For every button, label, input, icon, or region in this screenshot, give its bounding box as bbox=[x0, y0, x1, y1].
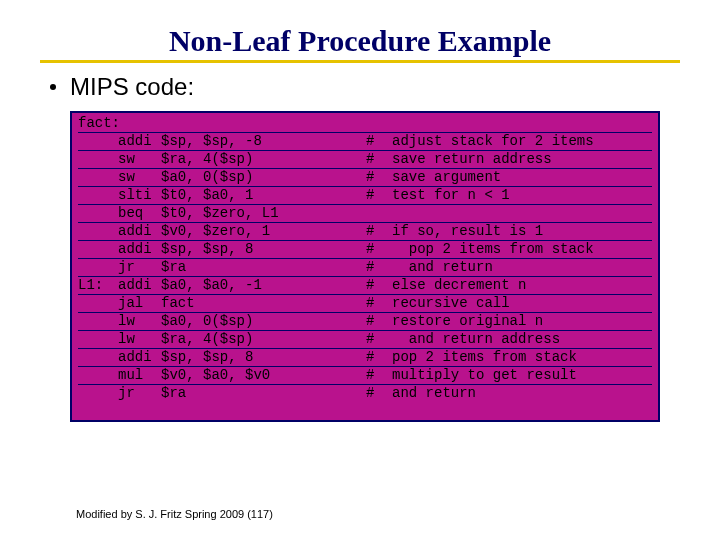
code-comment bbox=[386, 205, 652, 222]
code-line: addi$sp, $sp, 8# pop 2 items from stack bbox=[78, 241, 652, 259]
code-comment: if so, result is 1 bbox=[386, 223, 652, 240]
code-args: $v0, $a0, $v0 bbox=[161, 367, 306, 384]
code-op: addi bbox=[118, 223, 161, 240]
comment-hash: # bbox=[306, 241, 386, 258]
comment-hash: # bbox=[306, 133, 386, 150]
code-args: $sp, $sp, -8 bbox=[161, 133, 306, 150]
code-op: sw bbox=[118, 151, 161, 168]
comment-hash: # bbox=[306, 151, 386, 168]
code-block: fact:addi$sp, $sp, -8#adjust stack for 2… bbox=[70, 111, 660, 422]
code-args: fact bbox=[161, 295, 306, 312]
code-op: addi bbox=[118, 241, 161, 258]
code-op: addi bbox=[118, 277, 161, 294]
code-line: mul$v0, $a0, $v0#multiply to get result bbox=[78, 367, 652, 385]
comment-hash: # bbox=[306, 295, 386, 312]
code-args: $a0, $a0, -1 bbox=[161, 277, 306, 294]
code-args: $a0, 0($sp) bbox=[161, 313, 306, 330]
code-label bbox=[78, 241, 118, 258]
code-comment: and return bbox=[386, 385, 652, 402]
comment-hash: # bbox=[306, 187, 386, 204]
comment-hash: # bbox=[306, 277, 386, 294]
code-comment: recursive call bbox=[386, 295, 652, 312]
code-args: $sp, $sp, 8 bbox=[161, 349, 306, 366]
code-comment: restore original n bbox=[386, 313, 652, 330]
code-label bbox=[78, 223, 118, 240]
code-label bbox=[78, 313, 118, 330]
code-args: $ra bbox=[161, 259, 306, 276]
code-label bbox=[78, 349, 118, 366]
bullet-dot-icon bbox=[50, 84, 56, 90]
code-line: jr$ra# and return bbox=[78, 259, 652, 277]
code-label bbox=[78, 331, 118, 348]
code-label bbox=[78, 133, 118, 150]
code-line: sw$a0, 0($sp)#save argument bbox=[78, 169, 652, 187]
comment-hash: # bbox=[306, 313, 386, 330]
comment-hash: # bbox=[306, 385, 386, 402]
comment-hash: # bbox=[306, 349, 386, 366]
code-comment: else decrement n bbox=[386, 277, 652, 294]
code-label bbox=[78, 367, 118, 384]
slide: Non-Leaf Procedure Example MIPS code: fa… bbox=[0, 0, 720, 540]
code-label bbox=[78, 259, 118, 276]
code-line: addi$sp, $sp, -8#adjust stack for 2 item… bbox=[78, 133, 652, 151]
code-label bbox=[78, 169, 118, 186]
code-comment: adjust stack for 2 items bbox=[386, 133, 652, 150]
code-comment: pop 2 items from stack bbox=[386, 241, 652, 258]
code-comment: test for n < 1 bbox=[386, 187, 652, 204]
code-label bbox=[78, 187, 118, 204]
code-label bbox=[78, 385, 118, 402]
code-line: lw$a0, 0($sp)#restore original n bbox=[78, 313, 652, 331]
code-args: $ra, 4($sp) bbox=[161, 331, 306, 348]
code-args: $v0, $zero, 1 bbox=[161, 223, 306, 240]
comment-hash: # bbox=[306, 367, 386, 384]
code-line: addi$v0, $zero, 1#if so, result is 1 bbox=[78, 223, 652, 241]
code-line: slti$t0, $a0, 1#test for n < 1 bbox=[78, 187, 652, 205]
code-label bbox=[78, 151, 118, 168]
code-line: fact: bbox=[78, 115, 652, 133]
code-op bbox=[118, 115, 161, 132]
code-op: mul bbox=[118, 367, 161, 384]
code-args bbox=[161, 115, 306, 132]
comment-hash: # bbox=[306, 259, 386, 276]
code-op: lw bbox=[118, 313, 161, 330]
code-label: fact: bbox=[78, 115, 118, 132]
code-line: beq$t0, $zero, L1 bbox=[78, 205, 652, 223]
code-line: jr$ra#and return bbox=[78, 385, 652, 402]
code-comment: multiply to get result bbox=[386, 367, 652, 384]
code-line: L1:addi$a0, $a0, -1#else decrement n bbox=[78, 277, 652, 295]
code-label bbox=[78, 295, 118, 312]
title-underline bbox=[40, 60, 680, 63]
code-op: lw bbox=[118, 331, 161, 348]
comment-hash: # bbox=[306, 223, 386, 240]
code-label bbox=[78, 205, 118, 222]
code-args: $a0, 0($sp) bbox=[161, 169, 306, 186]
code-op: sw bbox=[118, 169, 161, 186]
footer-text: Modified by S. J. Fritz Spring 2009 (117… bbox=[76, 508, 273, 520]
code-label: L1: bbox=[78, 277, 118, 294]
code-comment: save return address bbox=[386, 151, 652, 168]
code-op: jr bbox=[118, 385, 161, 402]
code-line: sw$ra, 4($sp)#save return address bbox=[78, 151, 652, 169]
code-line: jalfact#recursive call bbox=[78, 295, 652, 313]
bullet-text: MIPS code: bbox=[70, 73, 194, 101]
code-op: beq bbox=[118, 205, 161, 222]
code-args: $t0, $a0, 1 bbox=[161, 187, 306, 204]
comment-hash: # bbox=[306, 331, 386, 348]
bullet-item: MIPS code: bbox=[50, 73, 680, 101]
code-line: addi$sp, $sp, 8#pop 2 items from stack bbox=[78, 349, 652, 367]
code-line: lw$ra, 4($sp)# and return address bbox=[78, 331, 652, 349]
code-comment: pop 2 items from stack bbox=[386, 349, 652, 366]
code-op: slti bbox=[118, 187, 161, 204]
code-args: $sp, $sp, 8 bbox=[161, 241, 306, 258]
code-op: jr bbox=[118, 259, 161, 276]
comment-hash bbox=[306, 115, 386, 132]
code-comment: and return bbox=[386, 259, 652, 276]
slide-title: Non-Leaf Procedure Example bbox=[40, 24, 680, 58]
code-args: $t0, $zero, L1 bbox=[161, 205, 306, 222]
code-op: addi bbox=[118, 133, 161, 150]
code-op: jal bbox=[118, 295, 161, 312]
comment-hash: # bbox=[306, 169, 386, 186]
code-args: $ra bbox=[161, 385, 306, 402]
code-args: $ra, 4($sp) bbox=[161, 151, 306, 168]
code-comment bbox=[386, 115, 652, 132]
